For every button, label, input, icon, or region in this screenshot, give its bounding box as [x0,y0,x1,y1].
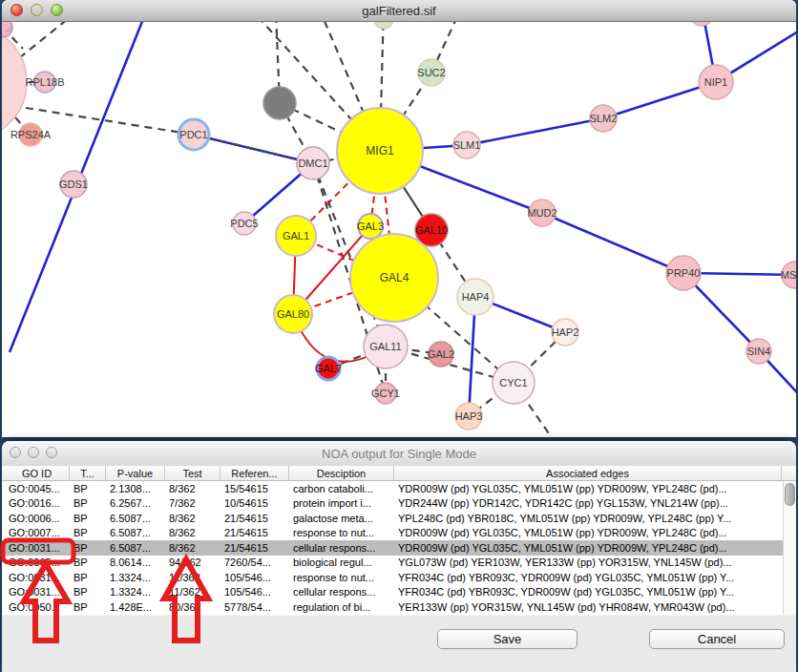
table-cell-description: carbon cataboli... [289,483,394,494]
table-cell-reference: 7260/54... [220,556,289,568]
node-PRP40[interactable]: PRP40 [666,256,701,290]
table-cell-description: protein import i... [289,497,394,509]
table-row[interactable]: GO:0065...BP8.0614...94/3627260/54...bio… [5,556,796,571]
network-canvas[interactable]: RPL18BRPS24AGDS1PDC1MIG1SUC2SLM1DMC1SLM2… [2,22,796,437]
node-gray-node[interactable] [263,87,296,119]
node-RPS24A[interactable]: RPS24A [10,123,52,146]
node-pink-top[interactable] [691,22,712,26]
table-row[interactable]: GO:0050...BP1.428E...80/3625778/54...reg… [5,599,796,615]
node-GAL3[interactable]: GAL3 [357,214,384,239]
table-cell-type: BP [70,572,106,583]
table-cell-p-value: 6.5087... [106,542,165,554]
table-cell-associated-edges: YDR244W (pp) YDR142C, YDR142C (pp) YGL15… [394,497,782,509]
node-GAL11[interactable]: GAL11 [364,325,408,368]
node-label: MSN5 [781,269,796,281]
scrollbar-thumb[interactable] [785,483,795,506]
close-button[interactable] [10,4,23,16]
node-label: RPL18B [26,76,65,88]
node-big-pink[interactable] [2,25,27,139]
noa-titlebar[interactable]: NOA output for Single Mode [2,441,796,467]
node-label: SUC2 [417,67,445,78]
node-SIN4[interactable]: SIN4 [746,339,771,364]
results-table: GO IDT...P-valueTestReferen...Desciption… [2,466,796,615]
node-MIG1[interactable]: MIG1 [337,108,423,194]
node-GDS1[interactable]: GDS1 [59,171,88,198]
node-GAL7[interactable]: GAL7 [315,357,342,380]
node-green-top[interactable] [374,22,393,29]
close-button[interactable] [10,447,21,458]
node-GCY1[interactable]: GCY1 [371,383,400,404]
column-header-associated-edges[interactable]: Associated edges [394,466,782,480]
table-cell-test: 80/362 [165,601,220,613]
table-cell-type: BP [70,513,106,524]
node-GAL80[interactable]: GAL80 [274,295,312,333]
table-row[interactable]: GO:0045...BP2.1308...8/36215/54615carbon… [5,481,796,496]
zoom-button[interactable] [51,4,63,16]
table-cell-test: 11/362 [165,586,220,598]
node-HAP3[interactable]: HAP3 [455,403,483,430]
table-row[interactable]: GO:0006...BP6.5087...8/36221/54615galact… [5,511,796,526]
save-button[interactable]: Save [437,629,578,649]
table-cell-go-id: GO:0031... [5,586,70,598]
node-RPL18B[interactable]: RPL18B [26,72,65,93]
table-cell-description: biological regul... [289,556,394,568]
node-MUD2[interactable]: MUD2 [527,200,556,226]
table-row[interactable]: GO:0031...BP1.3324...11/362105/546...cel… [5,585,796,600]
vertical-scrollbar[interactable] [783,481,796,615]
network-titlebar[interactable]: galFiltered.sif [2,0,796,22]
cancel-button[interactable]: Cancel [649,629,785,649]
table-cell-type: BP [70,586,106,598]
table-cell-go-id: GO:0031... [5,572,70,583]
noa-footer: Save Cancel [2,615,796,672]
node-SLM1[interactable]: SLM1 [453,132,481,158]
table-cell-go-id: GO:0065... [5,556,70,568]
zoom-button[interactable] [46,447,57,458]
table-cell-reference: 21/54615 [220,513,289,524]
node-HAP4[interactable]: HAP4 [457,279,494,315]
minimize-button[interactable] [31,4,43,16]
minimize-button[interactable] [28,447,39,458]
column-header-test[interactable]: Test [165,466,220,480]
table-cell-p-value: 1.428E... [106,601,165,613]
node-label: GAL7 [315,363,342,374]
table-cell-reference: 5778/54... [220,601,289,613]
table-header: GO IDT...P-valueTestReferen...Desciption… [2,466,796,481]
column-header-reference[interactable]: Referen... [220,466,289,480]
window-controls [10,4,63,16]
node-PDC1[interactable]: PDC1 [178,119,209,150]
table-cell-test: 8/362 [165,542,220,554]
node-DMC1[interactable]: DMC1 [297,147,329,179]
resize-grip-icon[interactable] [2,22,13,33]
window-title: galFiltered.sif [362,4,435,18]
node-GAL1[interactable]: GAL1 [276,216,316,256]
noa-window-controls [10,447,57,458]
node-MSN5[interactable]: MSN5 [781,262,796,288]
table-cell-description: cellular respons... [289,542,394,554]
node-SLM2[interactable]: SLM2 [590,105,618,132]
table-cell-test: 7/362 [165,497,220,509]
table-cell-reference: 21/54615 [220,542,289,554]
column-header-description[interactable]: Desciption [289,466,394,480]
node-label: CYC1 [499,377,527,388]
table-cell-reference: 21/54615 [220,527,289,538]
node-GAL4[interactable]: GAL4 [350,234,438,322]
column-header-go-id[interactable]: GO ID [5,466,70,480]
node-label: RPS24A [10,129,52,140]
column-header-p-value[interactable]: P-value [106,466,165,480]
column-header-type[interactable]: T... [70,466,106,480]
table-cell-description: response to nut... [289,527,394,538]
node-SUC2[interactable]: SUC2 [417,59,445,86]
table-row[interactable]: GO:0031...BP6.5087...8/36221/54615cellul… [5,540,796,556]
table-row[interactable]: GO:0031...BP1.3324...11/362105/546...res… [5,570,796,585]
table-cell-type: BP [70,542,106,554]
node-NIP1[interactable]: NIP1 [699,65,733,99]
node-label: SIN4 [747,346,770,357]
table-cell-associated-edges: YPL248C (pd) YBR018C, YML051W (pp) YDR00… [394,513,782,524]
node-label: HAP4 [462,291,490,303]
node-GAL2[interactable]: GAL2 [428,342,454,367]
table-row[interactable]: GO:0016...BP6.2567...7/36210/54615protei… [5,496,796,512]
node-HAP2[interactable]: HAP2 [552,319,579,346]
desktop: galFiltered.sif RPL18BRPS24AGDS1PDC1MIG1… [0,0,798,672]
table-row[interactable]: GO:0007...BP6.5087...8/36221/54615respon… [5,526,796,541]
node-CYC1[interactable]: CYC1 [493,362,535,404]
